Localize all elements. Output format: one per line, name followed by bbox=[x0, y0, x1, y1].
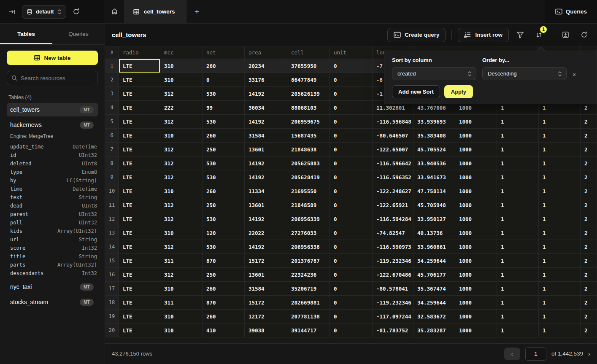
row-number-cell[interactable]: 10 bbox=[105, 184, 119, 198]
table-cell[interactable]: 20234 bbox=[245, 59, 287, 73]
table-cell[interactable]: -81.783752 bbox=[373, 324, 413, 337]
row-number-cell[interactable]: 11 bbox=[105, 198, 119, 212]
table-cell[interactable]: 2 bbox=[581, 296, 597, 309]
row-number-cell[interactable]: 19 bbox=[105, 310, 119, 323]
table-cell[interactable]: 206959675 bbox=[287, 115, 330, 128]
next-page-button[interactable]: › bbox=[588, 350, 590, 357]
table-cell[interactable]: 99 bbox=[203, 101, 245, 114]
table-cell[interactable]: 31584 bbox=[245, 282, 287, 295]
table-cell[interactable]: 2 bbox=[581, 184, 597, 198]
table-cell[interactable]: LTE bbox=[119, 240, 160, 253]
table-cell[interactable]: 260 bbox=[203, 310, 245, 323]
table-cell[interactable]: LTE bbox=[119, 198, 160, 212]
table-cell[interactable]: 0 bbox=[330, 310, 373, 323]
table-cell[interactable]: 0 bbox=[330, 324, 373, 337]
table-cell[interactable]: 201376787 bbox=[287, 254, 330, 267]
table-cell[interactable]: 0 bbox=[330, 226, 373, 240]
refresh-table-button[interactable] bbox=[577, 28, 591, 42]
table-cell[interactable]: 0 bbox=[330, 296, 373, 309]
previous-page-button[interactable]: ‹ bbox=[504, 348, 520, 360]
table-cell[interactable]: 312 bbox=[160, 170, 203, 184]
table-cell[interactable]: 1000 bbox=[455, 282, 497, 295]
row-number-cell[interactable]: 8 bbox=[105, 156, 119, 170]
row-number-cell[interactable]: 7 bbox=[105, 143, 119, 156]
table-cell[interactable]: 1000 bbox=[455, 143, 497, 156]
table-cell[interactable]: -119.232346 bbox=[373, 254, 413, 267]
row-number-cell[interactable]: 15 bbox=[105, 254, 119, 267]
table-cell[interactable]: 0 bbox=[330, 254, 373, 267]
row-number-cell[interactable]: 2 bbox=[105, 73, 119, 86]
sort-button[interactable]: 1 bbox=[532, 28, 546, 42]
table-cell[interactable]: 2 bbox=[581, 198, 597, 212]
table-cell[interactable]: -122.670486 bbox=[373, 268, 413, 281]
table-cell[interactable]: 27276033 bbox=[287, 226, 330, 240]
table-cell[interactable]: 1 bbox=[539, 198, 581, 212]
table-cell[interactable]: 530 bbox=[203, 87, 245, 100]
table-cell[interactable]: 12172 bbox=[245, 310, 287, 323]
table-cell[interactable]: LTE bbox=[119, 268, 160, 281]
table-cell[interactable]: -117.097244 bbox=[373, 310, 413, 323]
table-cell[interactable]: 312 bbox=[160, 87, 203, 100]
row-number-cell[interactable]: 17 bbox=[105, 282, 119, 295]
table-cell[interactable]: 0 bbox=[330, 198, 373, 212]
table-cell[interactable]: 1 bbox=[497, 184, 539, 198]
table-cell[interactable]: 120 bbox=[203, 226, 245, 240]
table-cell[interactable]: 1 bbox=[497, 212, 539, 226]
table-cell[interactable]: LTE bbox=[119, 143, 160, 156]
row-number-header[interactable]: # bbox=[105, 46, 119, 59]
table-cell[interactable]: 1 bbox=[497, 129, 539, 142]
table-cell[interactable]: 1 bbox=[497, 310, 539, 323]
table-cell[interactable]: 2 bbox=[581, 268, 597, 281]
table-cell[interactable]: 2 bbox=[581, 254, 597, 267]
table-cell[interactable]: 33.950127 bbox=[413, 212, 455, 226]
table-cell[interactable]: 312 bbox=[160, 115, 203, 128]
table-cell[interactable]: -119.232346 bbox=[373, 296, 413, 309]
table-cell[interactable]: 21848638 bbox=[287, 143, 330, 156]
table-cell[interactable]: 15687435 bbox=[287, 129, 330, 142]
table-cell[interactable]: 1000 bbox=[455, 268, 497, 281]
row-number-cell[interactable]: 13 bbox=[105, 226, 119, 240]
table-cell[interactable]: 45.706177 bbox=[413, 268, 455, 281]
table-cell[interactable]: 1 bbox=[539, 268, 581, 281]
table-cell[interactable]: 14192 bbox=[245, 115, 287, 128]
table-cell[interactable]: 1 bbox=[539, 310, 581, 323]
table-cell[interactable]: LTE bbox=[119, 226, 160, 240]
table-cell[interactable]: 870 bbox=[203, 254, 245, 267]
table-cell[interactable]: 1 bbox=[539, 129, 581, 142]
table-cell[interactable]: 310 bbox=[160, 129, 203, 142]
table-cell[interactable]: 260 bbox=[203, 282, 245, 295]
table-cell[interactable]: -116.596352 bbox=[373, 170, 413, 184]
table-cell[interactable]: 0 bbox=[330, 73, 373, 86]
table-cell[interactable]: 0 bbox=[330, 170, 373, 184]
table-cell[interactable]: LTE bbox=[119, 115, 160, 128]
sidebar-tab-tables[interactable]: Tables bbox=[0, 24, 52, 44]
table-cell[interactable]: 1 bbox=[539, 170, 581, 184]
table-cell[interactable]: 0 bbox=[330, 268, 373, 281]
table-cell[interactable]: 33.940536 bbox=[413, 156, 455, 170]
remove-sort-button[interactable]: × bbox=[573, 71, 576, 78]
table-cell[interactable]: -80.578041 bbox=[373, 282, 413, 295]
column-header-mcc[interactable]: mcc bbox=[160, 46, 203, 59]
table-cell[interactable]: -122.248627 bbox=[373, 184, 413, 198]
table-cell[interactable]: 1 bbox=[497, 170, 539, 184]
table-cell[interactable]: 33176 bbox=[245, 73, 287, 86]
table-cell[interactable]: LTE bbox=[119, 184, 160, 198]
search-input[interactable] bbox=[21, 75, 93, 81]
row-number-cell[interactable]: 6 bbox=[105, 129, 119, 142]
refresh-databases-button[interactable] bbox=[70, 6, 82, 18]
table-cell[interactable]: 0 bbox=[330, 143, 373, 156]
table-cell[interactable]: 530 bbox=[203, 170, 245, 184]
table-cell[interactable]: 260 bbox=[203, 59, 245, 73]
table-cell[interactable]: 1000 bbox=[455, 240, 497, 253]
table-cell[interactable]: 33.939693 bbox=[413, 115, 455, 128]
table-cell[interactable]: 530 bbox=[203, 156, 245, 170]
database-selector[interactable]: default bbox=[22, 5, 66, 19]
sort-order-select[interactable]: Descending bbox=[482, 67, 567, 80]
table-cell[interactable]: 311 bbox=[160, 254, 203, 267]
table-cell[interactable]: 13601 bbox=[245, 198, 287, 212]
table-cell[interactable]: 312 bbox=[160, 143, 203, 156]
download-button[interactable] bbox=[558, 28, 573, 42]
table-cell[interactable]: 86477849 bbox=[287, 73, 330, 86]
sort-column-select[interactable]: created bbox=[392, 67, 476, 80]
table-cell[interactable]: 312 bbox=[160, 268, 203, 281]
